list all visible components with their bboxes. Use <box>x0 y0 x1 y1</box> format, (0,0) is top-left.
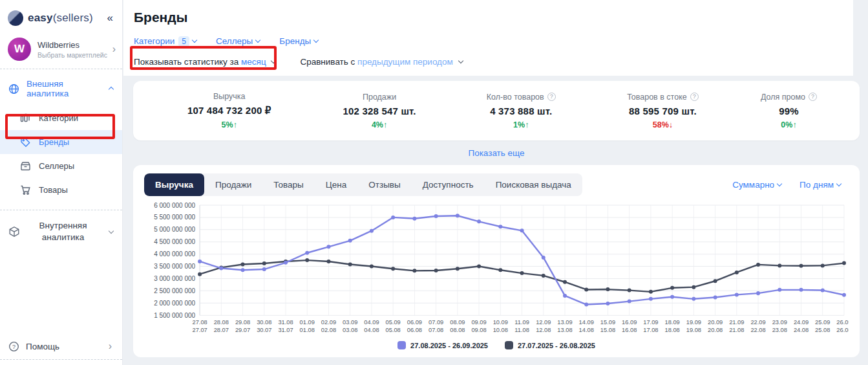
page-title: Бренды <box>134 10 853 25</box>
sidebar-item-brands[interactable]: Бренды <box>0 130 122 154</box>
compare-period-dropdown[interactable]: Сравнивать с предыдущим периодом <box>300 57 462 67</box>
svg-text:31.07: 31.07 <box>278 327 293 333</box>
svg-text:28.07: 28.07 <box>214 327 229 333</box>
chart-point <box>606 287 609 291</box>
tab-5[interactable]: Отзывы <box>357 173 411 196</box>
chart-control-1[interactable]: Суммарно <box>732 180 781 190</box>
sidebar-item-external-analytics[interactable]: Внешняя аналитика <box>0 69 122 106</box>
compare-value: предыдущим периодом <box>357 57 453 67</box>
chart-point <box>262 261 266 265</box>
sidebar-item-categories[interactable]: Категории <box>0 106 122 130</box>
svg-text:14.09: 14.09 <box>579 319 594 326</box>
sidebar-collapse-icon[interactable]: « <box>107 12 113 25</box>
info-icon[interactable]: ? <box>547 93 556 101</box>
chart-point <box>756 291 760 295</box>
tab-2[interactable]: Продажи <box>204 173 262 196</box>
filter-label: Категории <box>134 36 175 46</box>
chart-point <box>477 219 481 223</box>
tab-6[interactable]: Доступность <box>412 173 485 196</box>
filter-brands[interactable]: Бренды <box>279 36 318 46</box>
chart-point <box>542 274 545 278</box>
marketplace-selector[interactable]: W Wildberries Выбрать маркетплейс › <box>8 38 116 61</box>
stat-delta: 1%↑ <box>513 120 529 129</box>
chart-point <box>778 288 781 292</box>
chart-point <box>821 289 825 293</box>
chart-control-label: Суммарно <box>732 180 774 190</box>
tab-1[interactable]: Выручка <box>144 173 204 196</box>
legend-swatch <box>397 341 406 349</box>
chart-controls: СуммарноПо дням <box>732 180 849 190</box>
chart-point <box>735 271 739 274</box>
chart-tabs: ВыручкаПродажиТоварыЦенаОтзывыДоступност… <box>144 173 582 196</box>
chart-point <box>628 289 631 293</box>
chart-point <box>735 293 739 296</box>
chevron-down-icon <box>836 181 842 186</box>
stat-label: Кол-во товаров? <box>487 93 556 102</box>
svg-text:10.08: 10.08 <box>493 327 508 333</box>
content-area: Выручка107 484 732 200 ₽5%↑Продажи102 32… <box>123 76 868 357</box>
sidebar-item-help[interactable]: ? Помощь › <box>0 333 122 359</box>
chart-point <box>348 263 352 267</box>
svg-text:06.08: 06.08 <box>407 327 422 333</box>
svg-text:06.09: 06.09 <box>407 319 422 326</box>
svg-text:18.09: 18.09 <box>665 319 680 326</box>
svg-text:12.08: 12.08 <box>536 327 551 333</box>
chart-point <box>305 258 309 262</box>
info-icon[interactable]: ? <box>690 93 699 101</box>
app-root: easy(sellers) « W Wildberries Выбрать ма… <box>0 0 868 365</box>
stat-label-text: Доля промо <box>761 93 805 102</box>
chart-point <box>498 268 502 272</box>
chart-point <box>649 290 653 294</box>
stat-label: Доля промо? <box>761 93 817 102</box>
sidebar-item-sellers[interactable]: Селлеры <box>0 154 122 178</box>
app-logo-text: easy(sellers) <box>28 12 107 25</box>
svg-text:?: ? <box>12 343 16 349</box>
chart-point <box>584 303 588 307</box>
chart-point <box>692 297 695 301</box>
filter-categories[interactable]: Категории5 <box>134 36 196 46</box>
svg-text:17.09: 17.09 <box>643 319 658 326</box>
page-header: Бренды Категории5СеллерыБренды Показыват… <box>123 0 853 76</box>
svg-text:03.09: 03.09 <box>343 319 357 326</box>
filter-row: Категории5СеллерыБренды <box>134 36 853 46</box>
stat-value: 99% <box>779 105 799 116</box>
chevron-right-icon: › <box>109 340 112 352</box>
chart-point <box>670 295 674 299</box>
legend-item-1: 27.08.2025 - 26.09.2025 <box>397 341 488 349</box>
cube-icon <box>8 226 20 238</box>
svg-text:24.08: 24.08 <box>794 327 809 333</box>
chart-point <box>456 267 460 271</box>
chart-point <box>584 287 588 291</box>
stat-3: Кол-во товаров?4 373 888 шт.1%↑ <box>450 93 592 129</box>
chart-point <box>842 293 846 297</box>
tab-7[interactable]: Поисковая выдача <box>485 173 582 196</box>
chevron-down-icon <box>109 228 114 233</box>
external-analytics-label: Внешняя аналитика <box>26 79 99 98</box>
revenue-line-chart: 6 000 000 0005 500 000 0005 000 000 0004… <box>144 201 849 338</box>
filter-sellers[interactable]: Селлеры <box>216 36 260 46</box>
sidebar-item-internal-analytics[interactable]: Внутренняя аналитика <box>0 210 122 251</box>
stats-period-dropdown[interactable]: Показывать статистику за месяц <box>134 57 275 67</box>
app-logo: easy(sellers) « <box>0 0 122 26</box>
chart-point <box>756 263 760 267</box>
svg-text:5 000 000 000: 5 000 000 000 <box>154 226 195 233</box>
chart-point <box>821 263 825 267</box>
svg-text:04.09: 04.09 <box>364 319 379 326</box>
chart-point <box>305 251 309 255</box>
stat-value: 107 484 732 200 ₽ <box>187 105 271 116</box>
svg-text:25.09: 25.09 <box>815 319 830 326</box>
tab-4[interactable]: Цена <box>315 173 357 196</box>
chart-point <box>434 269 438 272</box>
stat-label: Выручка <box>213 92 246 101</box>
sidebar-item-goods[interactable]: Товары <box>0 178 122 202</box>
svg-text:01.09: 01.09 <box>300 319 315 326</box>
tab-3[interactable]: Товары <box>262 173 314 196</box>
chart-point <box>219 267 223 271</box>
info-icon[interactable]: ? <box>809 93 817 101</box>
chart-control-2[interactable]: По дням <box>799 180 841 190</box>
sidebar-item-label: Товары <box>39 185 68 195</box>
chart-point <box>326 260 330 263</box>
chevron-down-icon <box>313 38 319 43</box>
show-more-link[interactable]: Показать еще <box>133 148 860 158</box>
sidebar-nav: КатегорииБрендыСеллерыТовары <box>0 106 122 202</box>
